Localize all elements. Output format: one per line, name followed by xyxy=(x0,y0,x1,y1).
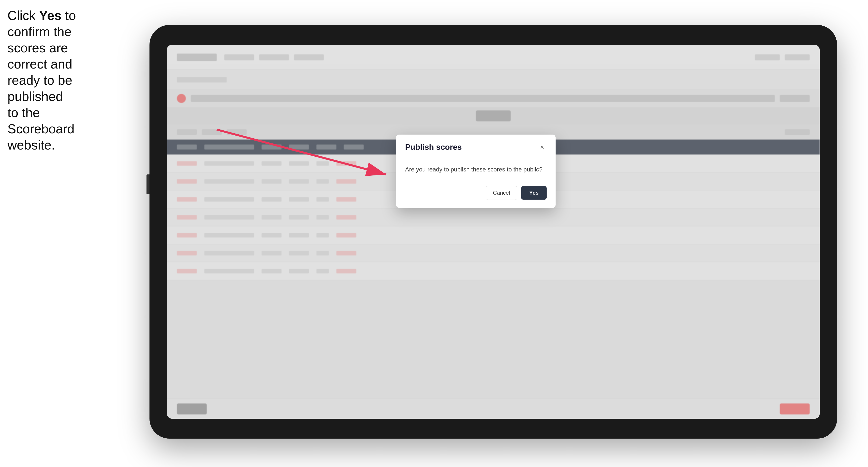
instruction-suffix: to confirm the scores are correct and re… xyxy=(7,8,76,152)
modal-title: Publish scores xyxy=(405,143,462,152)
tablet-device: Publish scores × Are you ready to publis… xyxy=(150,25,837,439)
yes-button[interactable]: Yes xyxy=(521,186,547,199)
modal-close-button[interactable]: × xyxy=(538,143,547,152)
instruction-text: Click Yes to confirm the scores are corr… xyxy=(7,7,77,153)
modal-overlay: Publish scores × Are you ready to publis… xyxy=(167,45,820,419)
modal-footer: Cancel Yes xyxy=(396,181,556,208)
modal-body: Are you ready to publish these scores to… xyxy=(396,158,556,181)
instruction-prefix: Click xyxy=(7,8,39,23)
cancel-button[interactable]: Cancel xyxy=(486,186,517,200)
modal-message: Are you ready to publish these scores to… xyxy=(405,165,547,174)
tablet-side-button xyxy=(147,175,150,194)
modal-header: Publish scores × xyxy=(396,134,556,158)
publish-scores-dialog: Publish scores × Are you ready to publis… xyxy=(396,134,556,208)
instruction-bold: Yes xyxy=(39,8,62,23)
tablet-screen: Publish scores × Are you ready to publis… xyxy=(167,45,820,419)
